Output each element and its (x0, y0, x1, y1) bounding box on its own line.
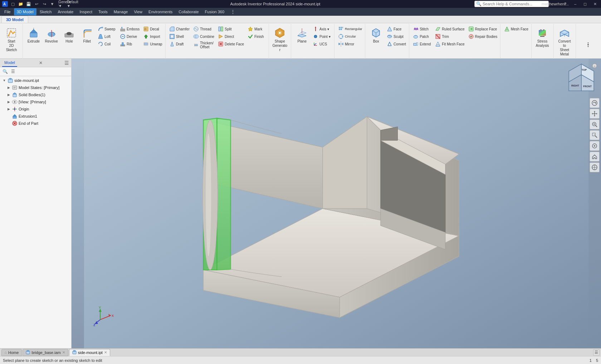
extend-surface-btn[interactable]: Extend (411, 40, 433, 48)
patch-btn[interactable]: Patch (411, 33, 433, 40)
undo-btn[interactable]: ↩ (33, 1, 40, 7)
rectangular-pattern-btn[interactable]: Rectangular (337, 25, 364, 33)
loft-btn[interactable]: Loft (96, 33, 118, 40)
import-btn[interactable]: Import (142, 33, 163, 40)
menu-annotate[interactable]: Annotate (55, 8, 76, 15)
home-view-btn[interactable] (590, 152, 600, 162)
ribbon-tab-3dmodel[interactable]: 3D Model (1, 16, 28, 23)
new-btn[interactable]: ▢ (9, 1, 16, 7)
fit-mesh-face-btn[interactable]: Fit Mesh Face (434, 40, 466, 48)
restore-btn[interactable]: ◻ (582, 1, 589, 7)
tabbar-menu-btn[interactable]: ☰ (593, 349, 600, 356)
expand-origin[interactable]: ▶ (6, 107, 11, 111)
tree-item-end-of-part[interactable]: End of Part (1, 120, 70, 127)
point-btn[interactable]: Point ▾ (311, 33, 333, 40)
tab-side-mount[interactable]: side-mount.ipt ✕ (69, 349, 110, 356)
tree-item-origin[interactable]: ▶ Origin (1, 105, 70, 113)
look-at-tool[interactable] (590, 141, 600, 151)
direct-btn[interactable]: Direct (216, 33, 245, 40)
minimize-btn[interactable]: – (572, 1, 579, 7)
tree-item-solid-bodies[interactable]: ▶ Solid Bodies(1) (1, 91, 70, 98)
expand-extrusion1[interactable] (6, 114, 11, 118)
menu-inspect[interactable]: Inspect (77, 8, 95, 15)
sidebar-close-btn[interactable]: ✕ (39, 60, 43, 65)
convert-sheet-metal-btn[interactable]: Convert toSheet Metal (556, 25, 573, 58)
user-account[interactable]: matthewrhenr... (552, 1, 559, 7)
coil-btn[interactable]: Coil (96, 40, 118, 48)
unwrap-btn[interactable]: Unwrap (142, 40, 163, 48)
mirror-btn[interactable]: Mirror (337, 40, 364, 48)
nav-cube[interactable]: TOP FRONT RIGHT ⌂ (565, 62, 597, 94)
menu-environments[interactable]: Environments (146, 8, 175, 15)
menu-collaborate[interactable]: Collaborate (176, 8, 201, 15)
side-mount-tab-close[interactable]: ✕ (104, 350, 107, 354)
axis-btn[interactable]: Axis ▾ (311, 25, 333, 33)
box-freeform-btn[interactable]: Box (367, 25, 385, 51)
circular-pattern-btn[interactable]: Circular (337, 33, 364, 40)
draft-btn[interactable]: Draft (168, 40, 191, 48)
decal-btn[interactable]: D Decal (142, 25, 163, 33)
pan-tool[interactable] (590, 109, 600, 119)
ruled-surface-btn[interactable]: Ruled Surface (434, 25, 466, 33)
convert-freeform-btn[interactable]: Convert (385, 40, 407, 48)
bridge-tab-close[interactable]: ✕ (62, 350, 65, 354)
extrude-btn[interactable]: Extrude (25, 25, 42, 51)
stress-analysis-btn[interactable]: StressAnalysis (534, 25, 551, 51)
menu-file[interactable]: File (1, 8, 14, 15)
trim-btn[interactable]: Trim (434, 33, 466, 40)
menu-expand[interactable]: ⋮ (228, 8, 238, 15)
tree-item-root[interactable]: ▼ side-mount.ipt (1, 77, 70, 84)
mesh-face-btn[interactable]: Mesh Face (503, 25, 530, 33)
menu-manage[interactable]: Manage (111, 8, 131, 15)
search-bar[interactable]: 🔍 (474, 1, 549, 7)
close-btn[interactable]: ✕ (592, 1, 599, 7)
menu-tools[interactable]: Tools (96, 8, 111, 15)
expand-solid-bodies[interactable]: ▶ (6, 93, 11, 97)
default-dropdown[interactable]: Default ▼ (69, 1, 76, 7)
split-btn[interactable]: Split (216, 25, 245, 33)
combine-btn[interactable]: Combine (192, 33, 216, 40)
thicken-offset-btn[interactable]: Thicken/Offset (192, 40, 216, 50)
shape-generator-btn[interactable]: ShapeGenerator (271, 25, 288, 54)
derive-btn[interactable]: Derive (118, 33, 141, 40)
face-btn[interactable]: Face (385, 25, 407, 33)
ucs-btn[interactable]: UCS (311, 40, 333, 48)
full-navigation-wheel-btn[interactable] (590, 162, 600, 172)
plane-btn[interactable]: Plane (293, 25, 311, 51)
help-btn[interactable]: ? (562, 1, 569, 7)
ribbon-settings-btn[interactable] (577, 41, 599, 48)
drop-btn[interactable]: ▼ (49, 1, 56, 7)
expand-model-states[interactable]: ▶ (6, 85, 11, 90)
emboss-btn[interactable]: A Emboss (118, 25, 141, 33)
menu-sketch[interactable]: Sketch (37, 8, 55, 15)
delete-face-btn[interactable]: Delete Face (216, 40, 245, 48)
orbit-tool[interactable] (590, 98, 600, 108)
mark-btn[interactable]: Mark (246, 25, 268, 33)
thread-btn[interactable]: Thread (192, 25, 216, 33)
shell-btn[interactable]: Shell (168, 33, 191, 40)
sweep-btn[interactable]: Sweep (96, 25, 118, 33)
expand-root[interactable]: ▼ (2, 78, 6, 83)
tab-home[interactable]: ⌂ Home (1, 349, 22, 356)
tree-item-extrusion1[interactable]: Extrusion1 (1, 113, 70, 120)
fillet-btn[interactable]: Fillet (78, 25, 96, 51)
rib-btn[interactable]: Rib (118, 40, 141, 48)
zoom-tool[interactable] (590, 119, 600, 129)
search-tree-btn[interactable]: 🔍 (1, 68, 9, 75)
menu-view[interactable]: View (131, 8, 145, 15)
sculpt-btn[interactable]: Sculpt (385, 33, 407, 40)
open-btn[interactable]: 📁 (17, 1, 24, 7)
search-input[interactable] (483, 2, 547, 6)
viewport[interactable]: TOP FRONT RIGHT ⌂ (72, 59, 601, 348)
repair-bodies-btn[interactable]: Repair Bodies (467, 33, 499, 40)
tree-item-model-states[interactable]: ▶ Model States: [Primary] (1, 84, 70, 91)
tree-options-btn[interactable]: ☰ (9, 68, 16, 75)
menu-fusion360[interactable]: Fusion 360 (202, 8, 227, 15)
sidebar-pin-btn[interactable]: ☰ (64, 60, 69, 66)
zoom-window-tool[interactable] (590, 130, 600, 140)
tree-item-view[interactable]: ▶ [View: [Primary] (1, 98, 70, 105)
replace-face-btn[interactable]: Replace Face (467, 25, 499, 33)
menu-3dmodel[interactable]: 3D Model (14, 8, 36, 15)
chamfer-btn[interactable]: Chamfer (168, 25, 191, 33)
start-2d-sketch-btn[interactable]: Start2D Sketch (3, 25, 20, 54)
